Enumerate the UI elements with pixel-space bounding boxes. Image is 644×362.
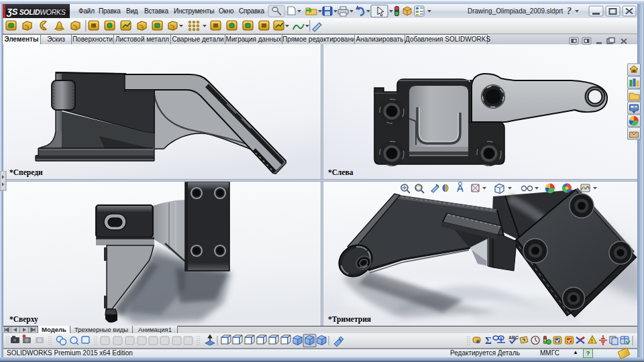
svg-text:!: !: [591, 338, 593, 344]
svg-text:ABC: ABC: [508, 335, 519, 340]
svg-text:Σ: Σ: [485, 335, 492, 346]
svg-text:B: B: [476, 339, 480, 344]
svg-text:?: ?: [567, 6, 572, 16]
